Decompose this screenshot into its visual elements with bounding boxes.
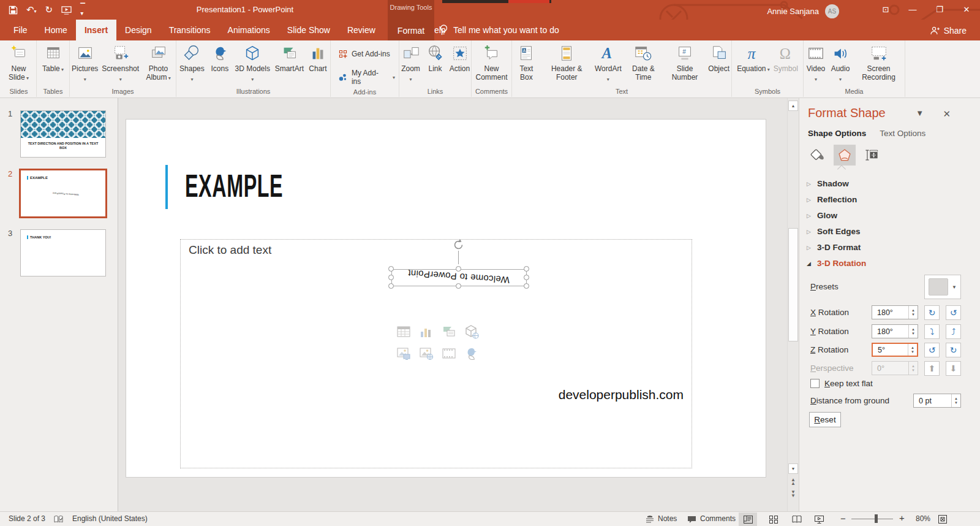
scrollbar-thumb[interactable]: [788, 228, 798, 341]
new-slide-button[interactable]: New Slide: [1, 42, 36, 84]
screenshot-button[interactable]: Screenshot: [100, 42, 141, 85]
size-properties-icon[interactable]: [861, 145, 883, 166]
rotate-down-y-icon[interactable]: ⤴: [946, 324, 961, 339]
insert-online-picture-icon[interactable]: [419, 346, 434, 361]
object-button[interactable]: Object: [706, 42, 731, 74]
tab-home[interactable]: Home: [36, 20, 76, 40]
previous-slide-icon[interactable]: ▲▲: [788, 478, 798, 487]
y-rotation-input[interactable]: 180°▲▼: [872, 324, 918, 338]
slide-1-thumbnail[interactable]: TEXT DIRECTION AND POSITION IN A TEXT BO…: [20, 110, 106, 158]
text-box-button[interactable]: A Text Box: [512, 42, 541, 83]
zoom-slider-thumb[interactable]: [875, 514, 878, 523]
distance-input[interactable]: 0 pt▲▼: [913, 394, 961, 408]
notes-button[interactable]: Notes: [658, 514, 677, 523]
presets-dropdown[interactable]: ▼: [924, 275, 961, 299]
new-comment-button[interactable]: New Comment: [472, 42, 511, 83]
y-rotation-value[interactable]: 180°: [872, 327, 908, 336]
x-rotation-input[interactable]: 180°▲▼: [872, 305, 918, 319]
rotate-up-y-icon[interactable]: ⤵: [924, 324, 940, 339]
x-rotation-value[interactable]: 180°: [872, 308, 908, 317]
tab-transitions[interactable]: Transitions: [160, 20, 219, 40]
handle-top-left[interactable]: [388, 266, 394, 272]
handle-bottom-left[interactable]: [388, 283, 394, 289]
editor-scrollbar[interactable]: ▲ ▼ ▲▲ ▼▼: [787, 98, 799, 511]
shapes-button[interactable]: Shapes: [176, 42, 208, 85]
content-placeholder[interactable]: Click to add text Welcome to PowerPoint: [180, 239, 692, 468]
date-time-button[interactable]: Date & Time: [624, 42, 663, 83]
my-addins-button[interactable]: My Add-ins: [334, 66, 399, 88]
normal-view-button[interactable]: [739, 513, 757, 526]
ribbon-display-options-icon[interactable]: ⊡: [872, 0, 899, 18]
tab-insert[interactable]: Insert: [76, 20, 116, 40]
insert-3d-model-icon[interactable]: [464, 324, 479, 339]
slide-number-button[interactable]: # Slide Number: [663, 42, 707, 83]
user-name[interactable]: Annie Sanjana: [767, 7, 819, 16]
audio-button[interactable]: Audio: [828, 42, 853, 85]
tell-me-box[interactable]: Tell me what you want to do: [440, 25, 559, 35]
reading-view-button[interactable]: [788, 513, 806, 526]
screen-recording-button[interactable]: Screen Recording: [853, 42, 905, 83]
restore-icon[interactable]: ❐: [926, 0, 953, 18]
wordart-button[interactable]: A WordArt: [593, 42, 624, 85]
rotate-cw-z-icon[interactable]: ↻: [946, 343, 961, 357]
comments-button[interactable]: Comments: [700, 514, 736, 523]
header-footer-button[interactable]: Header & Footer: [541, 42, 593, 83]
handle-mid-left[interactable]: [388, 275, 394, 280]
slide-sorter-view-button[interactable]: [764, 513, 783, 526]
slide-2-thumbnail[interactable]: EXAMPLE Welcome to PowerPoint: [19, 169, 107, 218]
panel-options-dropdown-icon[interactable]: ▼: [916, 109, 924, 118]
tab-shape-options[interactable]: Shape Options: [808, 129, 866, 138]
save-icon[interactable]: [9, 6, 18, 15]
handle-top-right[interactable]: [524, 266, 529, 272]
rotation-handle-icon[interactable]: [452, 238, 465, 251]
undo-icon[interactable]: ↶▾: [26, 4, 37, 15]
tab-slideshow[interactable]: Slide Show: [279, 20, 339, 40]
section-glow[interactable]: ▷Glow: [807, 211, 837, 220]
zoom-out-icon[interactable]: −: [840, 513, 846, 524]
slideshow-view-button[interactable]: [810, 513, 828, 526]
keep-text-flat-checkbox[interactable]: [810, 379, 820, 388]
zoom-button[interactable]: Zoom: [399, 42, 423, 85]
insert-chart-icon[interactable]: [419, 324, 434, 339]
insert-table-icon[interactable]: [396, 324, 411, 339]
smartart-button[interactable]: SmartArt: [273, 42, 306, 74]
link-button[interactable]: Link: [423, 42, 448, 74]
slide-indicator[interactable]: Slide 2 of 3: [9, 514, 45, 523]
handle-top-center[interactable]: [456, 266, 461, 272]
photo-album-button[interactable]: Photo Album: [141, 42, 176, 84]
share-button[interactable]: Share: [930, 26, 967, 36]
start-from-beginning-icon[interactable]: [61, 6, 72, 15]
redo-icon[interactable]: ↻: [45, 4, 53, 15]
next-slide-icon[interactable]: ▼▼: [788, 490, 798, 499]
rotate-left-x-icon[interactable]: ↻: [924, 305, 940, 320]
section-3d-rotation[interactable]: ◢3-D Rotation: [807, 259, 866, 268]
section-3d-format[interactable]: ▷3-D Format: [807, 243, 861, 252]
y-rotation-spinner[interactable]: ▲▼: [908, 325, 918, 338]
spell-check-icon[interactable]: [54, 515, 63, 524]
scroll-down-icon[interactable]: ▼: [788, 463, 798, 474]
insert-picture-icon[interactable]: [396, 346, 411, 361]
scroll-up-icon[interactable]: ▲: [788, 101, 798, 111]
zoom-level[interactable]: 80%: [916, 514, 930, 523]
chart-button[interactable]: Chart: [306, 42, 330, 74]
tab-design[interactable]: Design: [116, 20, 160, 40]
3d-models-button[interactable]: 3D Models: [232, 42, 273, 85]
zoom-in-icon[interactable]: +: [899, 513, 905, 523]
selected-text-box[interactable]: Welcome to PowerPoint: [389, 267, 529, 289]
insert-video-icon[interactable]: [442, 346, 456, 361]
zoom-slider-track[interactable]: [851, 519, 893, 519]
action-button[interactable]: Action: [448, 42, 472, 74]
tab-format[interactable]: Format: [388, 26, 434, 36]
z-rotation-value[interactable]: 5°: [873, 346, 908, 354]
pictures-button[interactable]: Pictures: [70, 42, 100, 85]
tab-text-options[interactable]: Text Options: [880, 129, 925, 138]
handle-mid-right[interactable]: [524, 275, 529, 280]
close-icon[interactable]: ✕: [953, 0, 980, 18]
placeholder-text[interactable]: Click to add text: [189, 243, 271, 257]
handle-bottom-center[interactable]: [456, 283, 461, 289]
slide-3-thumbnail[interactable]: THANK YOU!: [20, 229, 106, 276]
section-shadow[interactable]: ▷Shadow: [807, 179, 849, 188]
panel-close-icon[interactable]: ✕: [943, 109, 951, 120]
icons-button[interactable]: Icons: [208, 42, 232, 74]
z-rotation-input[interactable]: 5°▲▼: [872, 343, 918, 357]
